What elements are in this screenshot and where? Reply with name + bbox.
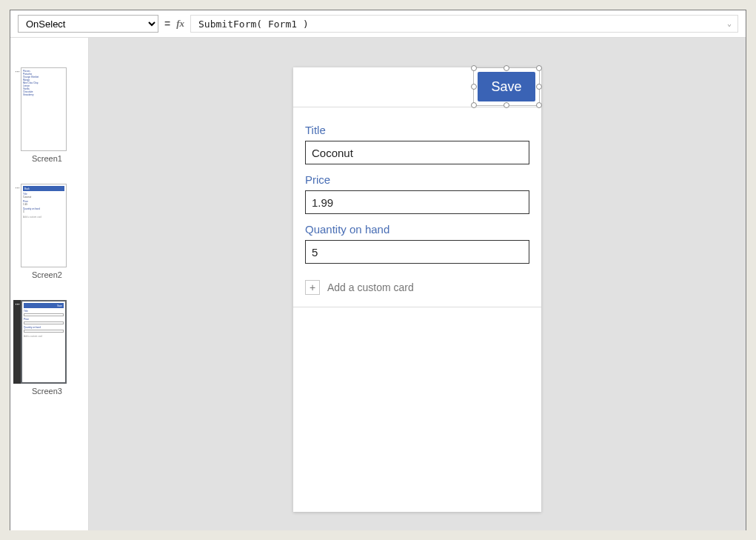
- formula-bar: OnSelect = fx SubmitForm( Form1 ) ⌄: [10, 10, 746, 38]
- title-label: Title: [305, 124, 529, 136]
- thumb-caption-1: Screen1: [13, 154, 81, 163]
- add-custom-card[interactable]: + Add a custom card: [305, 280, 529, 295]
- thumb-preview-1: Flavors Pistachio Orange Sherbet Mango M…: [21, 67, 67, 151]
- thumb-preview-2: Back Title Coconut Price 1.99 Quantity o…: [21, 184, 67, 267]
- screens-panel: ··· Flavors Pistachio Orange Sherbet Man…: [10, 38, 89, 530]
- price-label: Price: [305, 173, 529, 186]
- canvas-area[interactable]: Save Title Price: [89, 38, 746, 530]
- phone-preview: Save Title Price: [293, 67, 541, 512]
- save-button[interactable]: Save: [478, 72, 535, 101]
- thumb-caption-2: Screen2: [13, 270, 81, 279]
- screen-thumb-3[interactable]: ··· Save Title Price Quantity on hand Ad…: [13, 300, 81, 396]
- property-dropdown[interactable]: OnSelect: [18, 15, 158, 33]
- formula-text: SubmitForm( Form1 ): [198, 19, 309, 30]
- thumb-menu-icon[interactable]: ···: [13, 300, 21, 384]
- save-button-selection: Save: [478, 72, 535, 101]
- phone-header: Save: [293, 67, 541, 107]
- app-frame: OnSelect = fx SubmitForm( Form1 ) ⌄ ··· …: [10, 10, 746, 530]
- thumb-menu-icon[interactable]: ···: [13, 184, 21, 267]
- work-area: ··· Flavors Pistachio Orange Sherbet Man…: [10, 38, 746, 530]
- thumb-menu-icon[interactable]: ···: [13, 67, 21, 151]
- form-section: Title Price Quantity on hand + Add a cus…: [293, 107, 541, 307]
- equals-label: =: [164, 18, 170, 30]
- title-input[interactable]: [305, 141, 529, 164]
- qty-input[interactable]: [305, 240, 529, 264]
- plus-icon: +: [305, 280, 320, 295]
- add-card-label: Add a custom card: [327, 281, 414, 293]
- thumb-caption-3: Screen3: [13, 387, 81, 396]
- thumb-preview-3: Save Title Price Quantity on hand Add a …: [21, 300, 67, 384]
- price-input[interactable]: [305, 190, 529, 214]
- chevron-down-icon[interactable]: ⌄: [727, 19, 732, 27]
- fx-icon: fx: [176, 18, 184, 30]
- qty-label: Quantity on hand: [305, 223, 529, 236]
- screen-thumb-1[interactable]: ··· Flavors Pistachio Orange Sherbet Man…: [13, 67, 81, 163]
- formula-input[interactable]: SubmitForm( Form1 ) ⌄: [190, 15, 738, 33]
- screen-thumb-2[interactable]: ··· Back Title Coconut Price 1.99 Quanti…: [13, 184, 81, 279]
